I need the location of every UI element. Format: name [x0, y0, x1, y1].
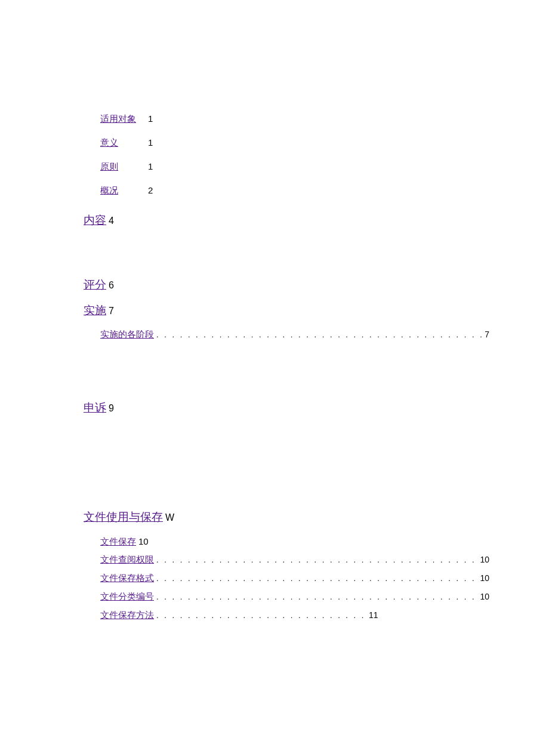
- toc-link-file-category[interactable]: 文件分类编号: [100, 591, 154, 603]
- toc-page-number: 7: [109, 305, 114, 316]
- toc-item-implement: 实施 7: [84, 304, 489, 318]
- toc-page-number: 10: [480, 592, 489, 601]
- toc-page: 适用对象 1 意义 1 原则 1 概况 2 内容 4 评分 6 实施 7 实施的…: [0, 0, 549, 621]
- toc-link-content[interactable]: 内容: [84, 214, 106, 228]
- toc-page-number: 10: [480, 555, 489, 564]
- toc-item-files: 文件使用与保存 W: [84, 511, 489, 524]
- toc-link-file-save[interactable]: 文件保存: [100, 536, 136, 547]
- toc-link-meaning[interactable]: 意义: [100, 137, 148, 148]
- toc-page-number: 2: [148, 185, 160, 196]
- toc-link-overview[interactable]: 概况: [100, 185, 148, 196]
- toc-page-number: 10: [138, 536, 149, 547]
- toc-page-number: 10: [480, 573, 489, 583]
- toc-item-principle: 原则 1: [100, 161, 489, 172]
- toc-leader-dots: . . . . . . . . . . . . . . . . . . . . …: [154, 330, 485, 339]
- toc-item-file-save: 文件保存 10: [100, 536, 489, 547]
- toc-page-number: 1: [148, 137, 160, 148]
- toc-link-implement-phases[interactable]: 实施的各阶段: [100, 329, 154, 340]
- toc-page-number: 7: [485, 330, 489, 339]
- toc-page-number: 9: [109, 402, 114, 414]
- toc-item-meaning: 意义 1: [100, 137, 489, 148]
- spacer: [84, 239, 489, 266]
- toc-leader-dots: . . . . . . . . . . . . . . . . . . . . …: [154, 574, 480, 583]
- toc-item-file-method: 文件保存方法 . . . . . . . . . . . . . . . . .…: [100, 610, 489, 621]
- toc-leader-dots: . . . . . . . . . . . . . . . . . . . . …: [154, 611, 369, 620]
- toc-link-files[interactable]: 文件使用与保存: [84, 511, 163, 524]
- toc-item-appeal: 申诉 9: [84, 401, 489, 415]
- toc-link-file-format[interactable]: 文件保存格式: [100, 573, 154, 584]
- toc-page-number: 11: [369, 610, 378, 620]
- toc-link-file-access[interactable]: 文件查阅权限: [100, 554, 154, 566]
- toc-item-file-category: 文件分类编号 . . . . . . . . . . . . . . . . .…: [100, 591, 489, 603]
- toc-item-overview: 概况 2: [100, 185, 489, 196]
- toc-page-number: 4: [109, 215, 114, 226]
- toc-page-number: W: [165, 512, 174, 523]
- toc-link-scoring[interactable]: 评分: [84, 278, 106, 292]
- toc-link-scope[interactable]: 适用对象: [100, 113, 148, 124]
- toc-link-appeal[interactable]: 申诉: [84, 401, 106, 415]
- toc-page-number: 1: [148, 113, 160, 124]
- spacer: [84, 427, 489, 499]
- spacer: [84, 348, 489, 389]
- toc-item-file-format: 文件保存格式 . . . . . . . . . . . . . . . . .…: [100, 573, 489, 584]
- toc-item-scope: 适用对象 1: [100, 113, 489, 124]
- toc-item-implement-phases: 实施的各阶段 . . . . . . . . . . . . . . . . .…: [100, 329, 489, 340]
- toc-item-scoring: 评分 6: [84, 278, 489, 292]
- toc-leader-dots: . . . . . . . . . . . . . . . . . . . . …: [154, 555, 480, 564]
- toc-item-file-access: 文件查阅权限 . . . . . . . . . . . . . . . . .…: [100, 554, 489, 566]
- toc-label-file-method: 文件保存方法: [100, 610, 154, 621]
- toc-item-content: 内容 4: [84, 214, 489, 228]
- toc-link-principle[interactable]: 原则: [100, 161, 148, 172]
- toc-page-number: 1: [148, 161, 160, 172]
- toc-intro-items: 适用对象 1 意义 1 原则 1 概况 2: [100, 113, 489, 196]
- toc-link-implement[interactable]: 实施: [84, 304, 106, 318]
- toc-page-number: 6: [109, 279, 114, 291]
- toc-leader-dots: . . . . . . . . . . . . . . . . . . . . …: [154, 592, 480, 601]
